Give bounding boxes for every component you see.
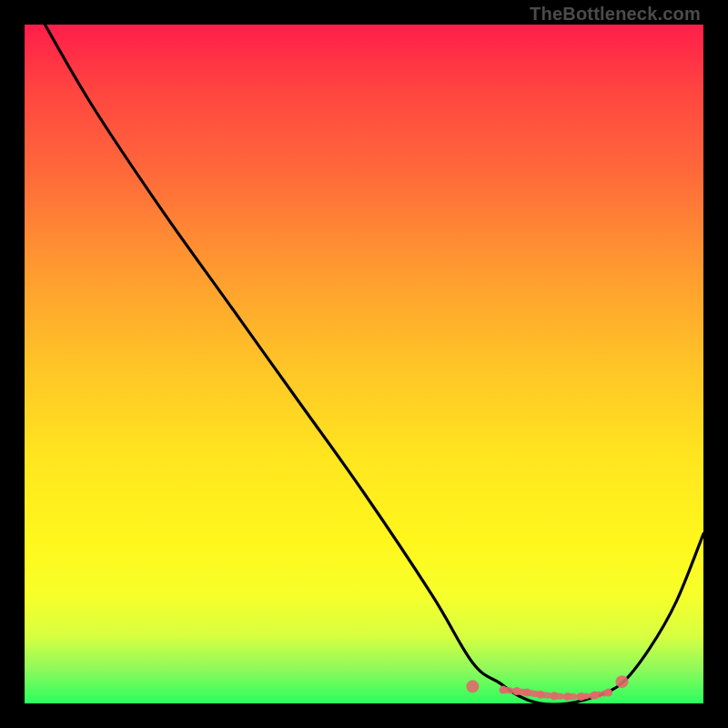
curve-layer [25, 25, 703, 703]
marker-point [466, 680, 479, 693]
marker-point [615, 675, 628, 688]
plot-area [25, 25, 703, 703]
marker-point [512, 687, 521, 695]
marker-point [604, 689, 612, 697]
chart-frame: TheBottleneck.com [0, 0, 728, 728]
marker-point [523, 689, 531, 697]
bottleneck-curve [45, 25, 703, 703]
marker-point [577, 693, 585, 701]
marker-point [550, 692, 558, 700]
attribution-text: TheBottleneck.com [530, 4, 701, 25]
marker-point [499, 686, 507, 694]
marker-point [591, 692, 599, 700]
marker-point [563, 693, 571, 701]
marker-point [536, 691, 544, 699]
